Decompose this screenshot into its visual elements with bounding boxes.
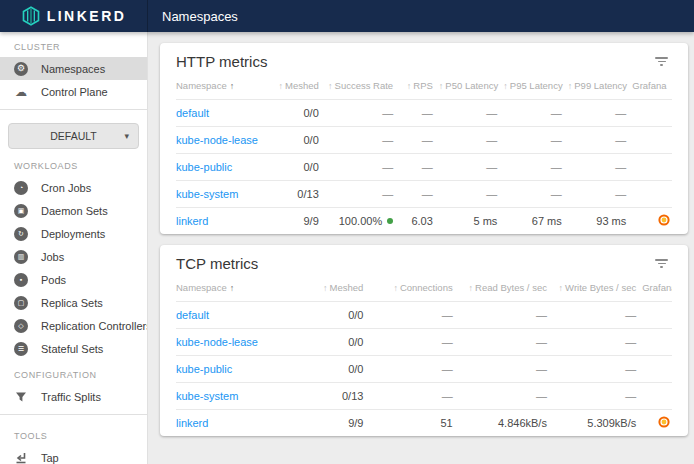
col-p95[interactable]: ↑P95 Latency	[503, 73, 567, 99]
chevron-down-icon: ▾	[124, 131, 129, 141]
col-meshed[interactable]: ↑Meshed	[270, 73, 325, 99]
sidebar-item-control-plane[interactable]: ☁ Control Plane	[0, 80, 147, 103]
sidebar-item-tap[interactable]: Tap	[0, 446, 147, 464]
deployments-icon: ↻	[14, 227, 28, 241]
tcp-metrics-card: TCP metrics Namespace↑ ↑Meshed ↑Connecti…	[160, 245, 688, 436]
namespace-link[interactable]: linkerd	[176, 417, 208, 429]
table-row: linkerd 9/9 51 4.846kB/s 5.309kB/s	[176, 409, 672, 436]
sidebar: CLUSTER ⚙ Namespaces ☁ Control Plane DEF…	[0, 32, 148, 464]
sidebar-item-traffic-splits[interactable]: Traffic Splits	[0, 385, 147, 408]
table-row: kube-system 0/13 — — —	[176, 382, 672, 409]
cloud-icon: ☁	[14, 85, 28, 99]
table-row: kube-node-lease 0/0 — — —	[176, 328, 672, 355]
table-row: kube-public 0/0 — — — — —	[176, 153, 672, 180]
table-row: kube-system 0/13 — — — — —	[176, 180, 672, 207]
sidebar-item-stateful-sets[interactable]: ☰ Stateful Sets	[0, 337, 147, 360]
page-title: Namespaces	[148, 0, 238, 32]
stateful-sets-icon: ☰	[14, 342, 28, 356]
namespace-link[interactable]: kube-public	[176, 363, 232, 375]
sort-asc-icon: ↑	[230, 81, 235, 91]
brand-text: LINKERD	[47, 8, 127, 24]
sidebar-item-deployments[interactable]: ↻ Deployments	[0, 222, 147, 245]
http-metrics-title: HTTP metrics	[176, 53, 267, 70]
section-configuration: CONFIGURATION	[0, 360, 147, 385]
namespace-link[interactable]: kube-system	[176, 188, 238, 200]
sidebar-item-pods[interactable]: ▪ Pods	[0, 268, 147, 291]
namespace-link[interactable]: kube-node-lease	[176, 134, 258, 146]
sidebar-item-jobs[interactable]: ▥ Jobs	[0, 245, 147, 268]
linkerd-brand[interactable]: LINKERD	[0, 0, 148, 32]
replica-sets-icon: ▢	[14, 296, 28, 310]
cron-jobs-icon: ◔	[14, 181, 28, 195]
sort-icon: ↑	[393, 283, 398, 293]
sort-asc-icon: ↑	[230, 283, 235, 293]
replication-controllers-icon: ◇	[14, 319, 28, 333]
filter-icon[interactable]	[651, 53, 672, 70]
table-row: default 0/0 — — — — —	[176, 99, 672, 126]
sidebar-item-cron-jobs[interactable]: ◔ Cron Jobs	[0, 176, 147, 199]
col-p99[interactable]: ↑P99 Latency	[568, 73, 632, 99]
grafana-icon[interactable]	[658, 416, 670, 428]
col-connections[interactable]: ↑Connections	[369, 275, 458, 301]
col-success-rate[interactable]: ↑Success Rate	[325, 73, 399, 99]
namespace-link[interactable]: kube-public	[176, 161, 232, 173]
sort-icon: ↑	[503, 81, 508, 91]
tcp-metrics-title: TCP metrics	[176, 255, 258, 272]
sidebar-divider	[0, 414, 147, 415]
sidebar-item-replica-sets[interactable]: ▢ Replica Sets	[0, 291, 147, 314]
http-metrics-card: HTTP metrics Namespace↑ ↑Meshed ↑Success…	[160, 43, 688, 234]
col-namespace[interactable]: Namespace↑	[176, 275, 295, 301]
sidebar-item-replication-controllers[interactable]: ◇ Replication Controllers	[0, 314, 147, 337]
sort-icon: ↑	[568, 81, 573, 91]
namespaces-icon: ⚙	[14, 62, 28, 76]
tcp-metrics-table: Namespace↑ ↑Meshed ↑Connections ↑Read By…	[176, 275, 672, 436]
table-row: linkerd 9/9 100.00% 6.03 5 ms 67 ms 93 m…	[176, 207, 672, 234]
col-namespace[interactable]: Namespace↑	[176, 73, 270, 99]
sort-icon: ↑	[559, 283, 564, 293]
namespace-link[interactable]: linkerd	[176, 215, 208, 227]
col-rps[interactable]: ↑RPS	[399, 73, 439, 99]
jobs-icon: ▥	[14, 250, 28, 264]
filter-icon[interactable]	[651, 255, 672, 272]
main-content: HTTP metrics Namespace↑ ↑Meshed ↑Success…	[148, 32, 694, 464]
tap-icon	[14, 451, 28, 464]
col-read-bytes[interactable]: ↑Read Bytes / sec	[459, 275, 553, 301]
col-write-bytes[interactable]: ↑Write Bytes / sec	[553, 275, 642, 301]
grafana-icon[interactable]	[658, 214, 670, 226]
sort-icon: ↑	[407, 81, 412, 91]
namespace-link[interactable]: kube-node-lease	[176, 336, 258, 348]
daemon-sets-icon: ▣	[14, 204, 28, 218]
section-tools: TOOLS	[0, 421, 147, 446]
sidebar-item-daemon-sets[interactable]: ▣ Daemon Sets	[0, 199, 147, 222]
sidebar-item-namespaces[interactable]: ⚙ Namespaces	[0, 57, 147, 80]
col-grafana: Grafana	[632, 73, 672, 99]
col-meshed[interactable]: ↑Meshed	[295, 275, 369, 301]
col-grafana: Grafana	[642, 275, 672, 301]
sidebar-divider	[0, 109, 147, 110]
namespace-link[interactable]: kube-system	[176, 390, 238, 402]
tcp-header-row: Namespace↑ ↑Meshed ↑Connections ↑Read By…	[176, 275, 672, 301]
sort-icon: ↑	[439, 81, 444, 91]
namespace-link[interactable]: default	[176, 309, 209, 321]
namespace-selector-dropdown[interactable]: DEFAULT ▾	[8, 123, 139, 149]
sort-icon: ↑	[323, 283, 328, 293]
linkerd-logo-icon	[21, 6, 41, 26]
success-status-dot	[387, 218, 393, 224]
sort-icon: ↑	[328, 81, 333, 91]
col-p50[interactable]: ↑P50 Latency	[439, 73, 503, 99]
sort-icon: ↑	[469, 283, 474, 293]
table-row: kube-node-lease 0/0 — — — — —	[176, 126, 672, 153]
table-row: default 0/0 — — —	[176, 301, 672, 328]
section-cluster: CLUSTER	[0, 32, 147, 57]
section-workloads: WORKLOADS	[0, 151, 147, 176]
sort-icon: ↑	[278, 81, 283, 91]
namespace-link[interactable]: default	[176, 107, 209, 119]
http-metrics-table: Namespace↑ ↑Meshed ↑Success Rate ↑RPS ↑P…	[176, 73, 672, 234]
http-header-row: Namespace↑ ↑Meshed ↑Success Rate ↑RPS ↑P…	[176, 73, 672, 99]
pods-icon: ▪	[14, 273, 28, 287]
table-row: kube-public 0/0 — — —	[176, 355, 672, 382]
top-app-bar: LINKERD Namespaces	[0, 0, 694, 32]
funnel-icon	[14, 390, 28, 404]
